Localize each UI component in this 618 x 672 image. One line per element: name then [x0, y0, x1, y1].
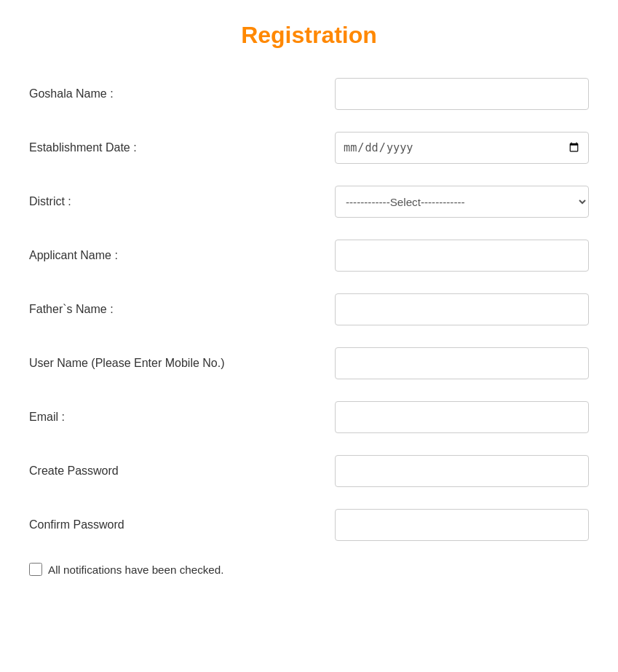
page-title: Registration: [22, 22, 596, 49]
form-row-email: Email :: [22, 401, 596, 433]
label-fathers-name: Father`s Name :: [29, 303, 335, 316]
input-username[interactable]: [335, 347, 589, 379]
input-confirm-password[interactable]: [335, 509, 589, 541]
input-email[interactable]: [335, 401, 589, 433]
notifications-checkbox-row: All notifications have been checked.: [22, 563, 596, 576]
label-applicant-name: Applicant Name :: [29, 249, 335, 262]
form-row-username: User Name (Please Enter Mobile No.): [22, 347, 596, 379]
form-row-confirm-password: Confirm Password: [22, 509, 596, 541]
input-goshala-name[interactable]: [335, 78, 589, 110]
form-row-create-password: Create Password: [22, 455, 596, 487]
input-district[interactable]: ------------Select------------: [335, 186, 589, 218]
notifications-checkbox-label: All notifications have been checked.: [48, 564, 223, 576]
input-establishment-date[interactable]: [335, 132, 589, 164]
notifications-checkbox[interactable]: [29, 563, 42, 576]
label-create-password: Create Password: [29, 465, 335, 478]
form-row-district: District :------------Select------------: [22, 186, 596, 218]
input-create-password[interactable]: [335, 455, 589, 487]
form-row-applicant-name: Applicant Name :: [22, 240, 596, 272]
label-goshala-name: Goshala Name :: [29, 87, 335, 100]
input-fathers-name[interactable]: [335, 293, 589, 325]
input-applicant-name[interactable]: [335, 240, 589, 272]
registration-form: Goshala Name :Establishment Date :Distri…: [22, 78, 596, 541]
form-row-goshala-name: Goshala Name :: [22, 78, 596, 110]
label-district: District :: [29, 195, 335, 208]
label-confirm-password: Confirm Password: [29, 518, 335, 531]
form-row-fathers-name: Father`s Name :: [22, 293, 596, 325]
label-email: Email :: [29, 411, 335, 424]
form-row-establishment-date: Establishment Date :: [22, 132, 596, 164]
label-establishment-date: Establishment Date :: [29, 141, 335, 154]
label-username: User Name (Please Enter Mobile No.): [29, 357, 335, 370]
